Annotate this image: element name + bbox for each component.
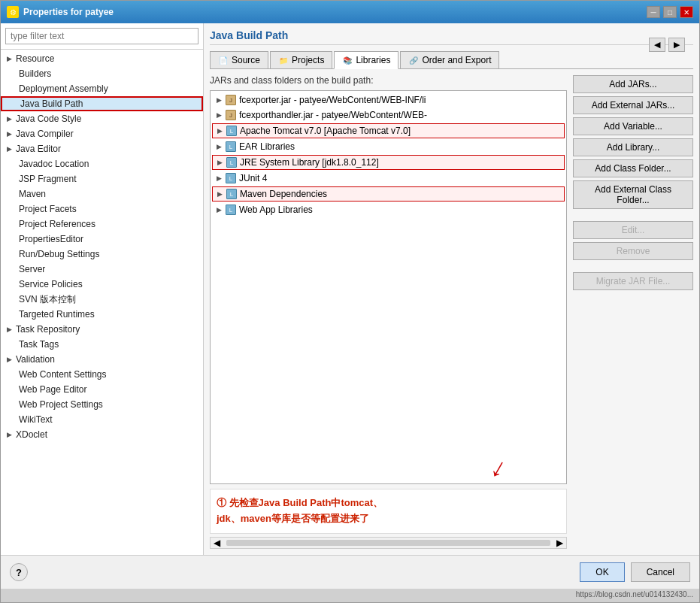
sidebar-item-svn[interactable]: SVN 版本控制: [1, 292, 203, 307]
tab-libraries-label: Libraries: [356, 55, 390, 65]
sidebar-item-maven[interactable]: Maven: [1, 186, 203, 202]
path-item-label: fcexporthandler.jar - patyee/WebContent/…: [239, 110, 427, 120]
action-buttons: Add JARs... Add External JARs... Add Var…: [573, 75, 693, 549]
title-controls: ─ □ ✕: [647, 6, 693, 18]
sidebar-item-wikitext[interactable]: WikiText: [1, 412, 203, 427]
sidebar-item-server[interactable]: Server: [1, 262, 203, 277]
scroll-right-button[interactable]: ▶: [553, 538, 566, 548]
sidebar-item-task-tags[interactable]: Task Tags: [1, 337, 203, 352]
ok-button[interactable]: OK: [580, 562, 624, 582]
scroll-bar-thumb[interactable]: [226, 540, 550, 546]
sidebar-item-web-content-settings[interactable]: Web Content Settings: [1, 367, 203, 382]
add-external-jars-button[interactable]: Add External JARs...: [573, 96, 693, 114]
add-class-folder-button[interactable]: Add Class Folder...: [573, 159, 693, 177]
forward-button[interactable]: ▶: [668, 38, 685, 52]
sidebar: ▶ Resource Builders Deployment Assembly …: [1, 23, 204, 555]
path-item-web-app-libraries[interactable]: ▶ L Web App Libraries: [212, 202, 565, 217]
status-bar: https://blog.csdn.net/u014132430...: [1, 589, 699, 602]
back-button[interactable]: ◀: [649, 38, 665, 52]
main-content: ▶ Resource Builders Deployment Assembly …: [1, 23, 699, 555]
tab-projects[interactable]: 📁 Projects: [270, 51, 332, 68]
add-jars-button[interactable]: Add JARs...: [573, 75, 693, 93]
sidebar-item-validation[interactable]: ▶ Validation: [1, 352, 203, 367]
tab-order-export-label: Order and Export: [422, 55, 491, 65]
sidebar-item-web-project-settings[interactable]: Web Project Settings: [1, 397, 203, 412]
cancel-button[interactable]: Cancel: [631, 562, 690, 582]
sidebar-item-java-code-style[interactable]: ▶ Java Code Style: [1, 111, 203, 126]
sidebar-item-resource[interactable]: ▶ Resource: [1, 51, 203, 66]
sidebar-item-deployment-assembly[interactable]: Deployment Assembly: [1, 81, 203, 96]
expand-icon: ▶: [216, 127, 223, 135]
expand-icon: ▶: [215, 111, 223, 119]
sidebar-item-java-compiler[interactable]: ▶ Java Compiler: [1, 126, 203, 141]
horizontal-scrollbar[interactable]: ◀ ▶: [210, 537, 567, 549]
order-export-tab-icon: 🔗: [408, 55, 419, 65]
expand-icon: ▶: [5, 431, 13, 438]
tab-libraries[interactable]: 📚 Libraries: [334, 51, 398, 69]
sidebar-item-xdoclet[interactable]: ▶ XDoclet: [1, 427, 203, 442]
path-item-ear-libraries[interactable]: ▶ L EAR Libraries: [212, 139, 565, 154]
path-item-label: JUnit 4: [239, 173, 267, 183]
path-item-maven-dependencies[interactable]: ▶ L Maven Dependencies: [212, 186, 565, 202]
expand-icon: ▶: [5, 55, 13, 62]
scroll-left-button[interactable]: ◀: [211, 538, 223, 548]
sidebar-item-service-policies[interactable]: Service Policies: [1, 277, 203, 292]
path-item-apache-tomcat[interactable]: ▶ L Apache Tomcat v7.0 [Apache Tomcat v7…: [212, 123, 565, 138]
add-variable-button[interactable]: Add Variable...: [573, 117, 693, 135]
libraries-tab-icon: 📚: [342, 55, 353, 65]
path-item-junit[interactable]: ▶ L JUnit 4: [212, 171, 565, 186]
sidebar-item-java-build-path[interactable]: Java Build Path: [1, 96, 203, 111]
content-area: JARs and class folders on the build path…: [210, 75, 693, 549]
maximize-button[interactable]: □: [663, 6, 677, 18]
filter-box: [1, 23, 203, 50]
path-item-fcexporthandler[interactable]: ▶ J fcexporthandler.jar - patyee/WebCont…: [212, 108, 565, 123]
sidebar-item-jsp-fragment[interactable]: JSP Fragment: [1, 171, 203, 186]
tab-source-label: Source: [232, 55, 260, 65]
sidebar-item-javadoc-location[interactable]: Javadoc Location: [1, 156, 203, 171]
path-item-fcexporter[interactable]: ▶ J fcexporter.jar - patyee/WebContent/W…: [212, 92, 565, 108]
sidebar-item-targeted-runtimes[interactable]: Targeted Runtimes: [1, 307, 203, 322]
tab-source[interactable]: 📄 Source: [210, 51, 268, 68]
sidebar-item-project-references[interactable]: Project References: [1, 217, 203, 232]
path-tree: ▶ J fcexporter.jar - patyee/WebContent/W…: [210, 90, 567, 484]
close-button[interactable]: ✕: [680, 6, 693, 18]
sidebar-item-properties-editor[interactable]: PropertiesEditor: [1, 232, 203, 247]
lib-icon: L: [226, 141, 236, 152]
minimize-button[interactable]: ─: [647, 6, 660, 18]
sidebar-item-project-facets[interactable]: Project Facets: [1, 202, 203, 217]
migrate-jar-button[interactable]: Migrate JAR File...: [573, 272, 693, 290]
add-library-button[interactable]: Add Library...: [573, 138, 693, 156]
expand-icon: ▶: [215, 96, 223, 104]
section-desc: JARs and class folders on the build path…: [210, 75, 567, 86]
lib-icon: L: [226, 173, 236, 183]
tree-list: ▶ Resource Builders Deployment Assembly …: [1, 50, 203, 555]
filter-input[interactable]: [5, 28, 198, 44]
tab-projects-label: Projects: [292, 55, 324, 65]
expand-icon: ▶: [5, 145, 13, 153]
sidebar-item-builders[interactable]: Builders: [1, 66, 203, 81]
expand-icon: ▶: [215, 143, 223, 150]
help-button[interactable]: ?: [10, 563, 28, 581]
remove-button[interactable]: Remove: [573, 242, 693, 260]
annotation-box: ↓ ① 先检查Java Build Path中tomcat、 jdk、maven…: [210, 489, 567, 534]
path-item-label: Maven Dependencies: [240, 189, 327, 199]
title-bar: ⚙ Properties for patyee ─ □ ✕: [1, 1, 699, 23]
add-external-class-folder-button[interactable]: Add External Class Folder...: [573, 180, 693, 209]
sidebar-item-run-debug-settings[interactable]: Run/Debug Settings: [1, 247, 203, 262]
sidebar-item-web-page-editor[interactable]: Web Page Editor: [1, 382, 203, 397]
spacer2: [573, 263, 693, 269]
lib-icon: L: [226, 205, 236, 215]
expand-icon: ▶: [215, 174, 223, 182]
path-item-jre-system[interactable]: ▶ L JRE System Library [jdk1.8.0_112]: [212, 155, 565, 170]
spacer: [573, 212, 693, 218]
edit-button[interactable]: Edit...: [573, 221, 693, 239]
annotation-text: ① 先检查Java Build Path中tomcat、 jdk、maven等库…: [217, 495, 560, 527]
expand-icon: ▶: [216, 159, 223, 166]
sidebar-item-java-editor[interactable]: ▶ Java Editor: [1, 141, 203, 156]
expand-icon: ▶: [5, 326, 13, 333]
bottom-left: ?: [10, 563, 28, 581]
properties-window: ⚙ Properties for patyee ─ □ ✕ ▶ Resource…: [0, 0, 700, 603]
tab-order-export[interactable]: 🔗 Order and Export: [400, 51, 499, 68]
sidebar-item-task-repository[interactable]: ▶ Task Repository: [1, 322, 203, 337]
tabs-row: 📄 Source 📁 Projects 📚 Libraries 🔗 Order …: [210, 51, 693, 69]
